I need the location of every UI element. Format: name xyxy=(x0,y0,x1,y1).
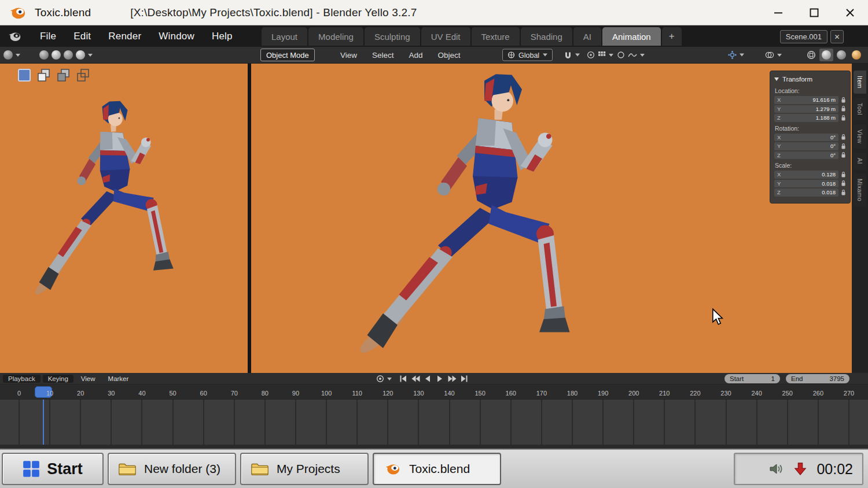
timeline-menu-playback[interactable]: Playback xyxy=(3,375,41,383)
frame-end-value: 3795 xyxy=(829,375,844,382)
taskbar-item-my-projects[interactable]: My Projects xyxy=(240,453,369,485)
menu-edit[interactable]: Edit xyxy=(65,31,100,42)
menu-file[interactable]: File xyxy=(31,31,65,42)
shading-solid-button[interactable] xyxy=(819,49,833,61)
transform-field-location-y[interactable]: Y 1.279 m xyxy=(774,105,838,113)
scene-unlink-button[interactable]: ✕ xyxy=(830,30,844,43)
proportional-editing-group[interactable] xyxy=(587,51,613,59)
transform-panel-header[interactable]: Transform xyxy=(774,74,846,84)
timeline-menu-keying[interactable]: Keying xyxy=(43,375,73,383)
ruler-tick: 30 xyxy=(108,390,115,397)
toolheader-menu-view[interactable]: View xyxy=(333,51,365,60)
transform-field-rotation-y[interactable]: Y 0° xyxy=(774,142,838,150)
transform-field-location-z[interactable]: Z 1.188 m xyxy=(774,114,838,122)
lock-icon[interactable] xyxy=(841,134,846,141)
object-mode-dropdown[interactable]: Object Mode xyxy=(260,49,315,61)
side-tab-view[interactable]: View xyxy=(854,124,866,149)
timeline-tracks[interactable] xyxy=(0,400,868,448)
overlays-dropdown[interactable] xyxy=(765,51,782,59)
lock-icon[interactable] xyxy=(841,180,846,187)
toolheader-menu-object[interactable]: Object xyxy=(431,51,468,60)
start-button[interactable]: Start xyxy=(2,453,104,485)
play-button[interactable] xyxy=(435,374,445,383)
falloff-group[interactable] xyxy=(617,51,645,59)
side-tab-mixamo[interactable]: Mixamo xyxy=(854,173,866,206)
lock-icon[interactable] xyxy=(841,114,846,121)
axis-value: 0.018 xyxy=(822,180,836,187)
download-arrow-icon[interactable] xyxy=(793,461,807,476)
jump-to-start-button[interactable] xyxy=(398,374,409,383)
taskbar-item-new-folder-3[interactable]: New folder (3) xyxy=(108,453,236,485)
side-tab-tool[interactable]: Tool xyxy=(854,98,866,120)
prev-keyframe-button[interactable] xyxy=(410,374,421,383)
timeline-menu-marker[interactable]: Marker xyxy=(103,375,134,383)
timeline-menu-view[interactable]: View xyxy=(76,375,101,383)
shading-material-button[interactable] xyxy=(834,49,848,61)
editor-type-dropdown[interactable] xyxy=(3,50,20,60)
viewport-right[interactable]: Transform Location: X 91.616 m Y 1.279 m xyxy=(251,64,852,373)
menu-help[interactable]: Help xyxy=(203,31,241,42)
blender-menu-logo-icon[interactable] xyxy=(7,30,22,43)
volume-icon[interactable] xyxy=(769,462,784,476)
close-button[interactable] xyxy=(840,3,860,23)
menu-render[interactable]: Render xyxy=(100,31,150,42)
jump-to-end-button[interactable] xyxy=(459,374,469,383)
viewport-left[interactable] xyxy=(0,64,248,373)
axis-label: Y xyxy=(777,106,781,112)
transform-field-rotation-z[interactable]: Z 0° xyxy=(774,151,838,160)
transform-orientation-dropdown[interactable]: Global xyxy=(502,49,553,61)
workspace-tab-ai[interactable]: AI xyxy=(573,27,601,46)
lock-icon[interactable] xyxy=(841,189,846,196)
transform-field-scale-x[interactable]: X 0.128 xyxy=(774,171,838,179)
add-workspace-button[interactable]: + xyxy=(662,27,682,46)
transform-field-location-x[interactable]: X 91.616 m xyxy=(774,96,838,104)
lock-icon[interactable] xyxy=(841,97,846,103)
timeline-scrollbar[interactable] xyxy=(0,445,868,448)
overlap-squares-icon[interactable] xyxy=(36,67,52,83)
transform-field-scale-z[interactable]: Z 0.018 xyxy=(774,188,838,197)
toolheader-menu-select[interactable]: Select xyxy=(365,51,402,60)
play-reverse-button[interactable] xyxy=(422,374,433,383)
workspace-tab-uv-edit[interactable]: UV Edit xyxy=(421,27,470,46)
shading-rendered-button[interactable] xyxy=(849,49,863,61)
timeline-ruler[interactable]: 0102030405060708090100110120130140150160… xyxy=(0,385,868,400)
next-keyframe-button[interactable] xyxy=(447,374,457,383)
workspace-tab-sculpting[interactable]: Sculpting xyxy=(365,27,420,46)
ruler-tick: 20 xyxy=(77,390,84,397)
auto-keying-button[interactable] xyxy=(375,374,385,383)
workspace-tab-texture[interactable]: Texture xyxy=(472,27,520,46)
snap-toggle[interactable] xyxy=(564,51,580,60)
overlap-squares-icon[interactable] xyxy=(75,67,91,83)
collapse-arrow-icon xyxy=(774,77,779,81)
frame-start-field[interactable]: Start 1 xyxy=(724,374,780,383)
active-view-icon[interactable] xyxy=(16,67,32,83)
transform-field-scale-y[interactable]: Y 0.018 xyxy=(774,180,838,188)
frame-end-field[interactable]: End 3795 xyxy=(786,374,849,383)
transform-field-rotation-x[interactable]: X 0° xyxy=(774,134,838,142)
lock-icon[interactable] xyxy=(841,151,846,158)
lock-icon[interactable] xyxy=(841,105,846,112)
workspace-tab-modeling[interactable]: Modeling xyxy=(308,27,363,46)
menu-window[interactable]: Window xyxy=(150,31,203,42)
character-render-right[interactable] xyxy=(348,71,580,373)
workspace-tab-layout[interactable]: Layout xyxy=(262,27,307,46)
editor-type-icon xyxy=(3,50,13,60)
shading-wireframe-button[interactable] xyxy=(804,49,818,61)
lock-icon[interactable] xyxy=(841,171,846,178)
minimize-button[interactable] xyxy=(768,3,788,23)
blender-icon xyxy=(383,461,402,476)
side-tab-item[interactable]: Item xyxy=(854,71,866,94)
toolheader-menu-add[interactable]: Add xyxy=(402,51,431,60)
character-render-left[interactable] xyxy=(11,94,182,309)
overlap-squares-icon[interactable] xyxy=(56,67,71,83)
mode-icon-group[interactable] xyxy=(39,50,93,60)
maximize-button[interactable] xyxy=(804,3,824,23)
taskbar-item-toxic-blend[interactable]: Toxic.blend xyxy=(373,453,501,485)
workspace-tab-animation[interactable]: Animation xyxy=(602,27,661,46)
workspace-tab-shading[interactable]: Shading xyxy=(521,27,572,46)
lock-icon[interactable] xyxy=(841,143,846,150)
side-tab-ai[interactable]: AI xyxy=(854,153,866,169)
chevron-down-icon xyxy=(88,54,93,57)
gizmo-dropdown[interactable] xyxy=(728,51,744,60)
scene-selector[interactable]: Scene.001 xyxy=(780,30,827,43)
